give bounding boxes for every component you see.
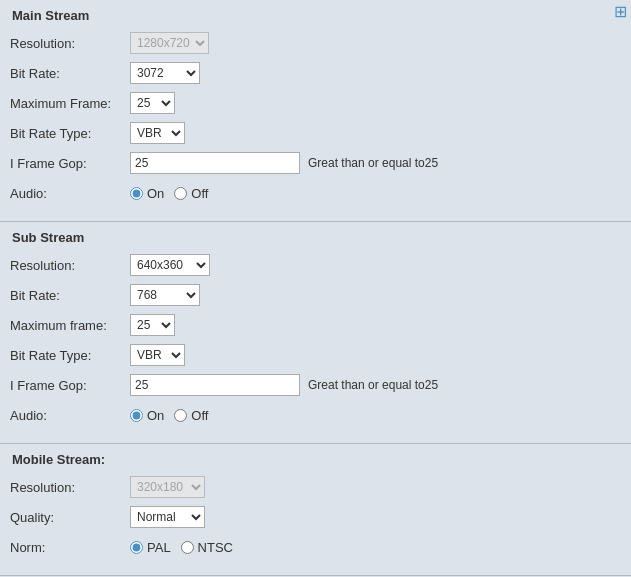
main-bitratetype-select[interactable]: VBR CBR [130, 122, 185, 144]
mobile-norm-pal-radio[interactable] [130, 541, 143, 554]
sub-bitratetype-label: Bit Rate Type: [10, 348, 130, 363]
main-audio-off-radio[interactable] [174, 187, 187, 200]
sub-resolution-row: Resolution: 640x360 320x180 1280x720 [10, 253, 621, 277]
sub-audio-off-item[interactable]: Off [174, 408, 208, 423]
sub-audio-on-radio[interactable] [130, 409, 143, 422]
sub-bitrate-row: Bit Rate: 768 512 256 128 [10, 283, 621, 307]
main-maxframe-row: Maximum Frame: 25 20 15 10 5 [10, 91, 621, 115]
main-resolution-label: Resolution: [10, 36, 130, 51]
mobile-quality-select[interactable]: Normal Low High [130, 506, 205, 528]
mobile-norm-pal-item[interactable]: PAL [130, 540, 171, 555]
sub-maxframe-label: Maximum frame: [10, 318, 130, 333]
sub-audio-off-label[interactable]: Off [191, 408, 208, 423]
sub-maxframe-row: Maximum frame: 25 20 15 10 5 [10, 313, 621, 337]
main-audio-off-item[interactable]: Off [174, 186, 208, 201]
mobile-stream-title: Mobile Stream: [10, 452, 621, 467]
main-audio-row: Audio: On Off [10, 181, 621, 205]
sub-bitratetype-control: VBR CBR [130, 344, 185, 366]
sub-audio-on-item[interactable]: On [130, 408, 164, 423]
main-stream-section: Main Stream Resolution: 1280x720 Bit Rat… [0, 0, 631, 222]
sub-audio-control: On Off [130, 408, 208, 423]
main-bitrate-select[interactable]: 3072 2048 1024 512 [130, 62, 200, 84]
sub-stream-section: Sub Stream Resolution: 640x360 320x180 1… [0, 222, 631, 444]
sub-iframe-row: I Frame Gop: Great than or equal to25 [10, 373, 621, 397]
main-audio-on-radio[interactable] [130, 187, 143, 200]
mobile-resolution-label: Resolution: [10, 480, 130, 495]
mobile-norm-pal-label[interactable]: PAL [147, 540, 171, 555]
sub-audio-on-label[interactable]: On [147, 408, 164, 423]
mobile-norm-label: Norm: [10, 540, 130, 555]
sub-resolution-control: 640x360 320x180 1280x720 [130, 254, 210, 276]
main-iframe-control: Great than or equal to25 [130, 152, 438, 174]
main-bitratetype-control: VBR CBR [130, 122, 185, 144]
sub-maxframe-select[interactable]: 25 20 15 10 5 [130, 314, 175, 336]
sub-audio-label: Audio: [10, 408, 130, 423]
sub-iframe-control: Great than or equal to25 [130, 374, 438, 396]
sub-resolution-label: Resolution: [10, 258, 130, 273]
main-bitrate-label: Bit Rate: [10, 66, 130, 81]
corner-icon: ⊞ [614, 2, 627, 21]
mobile-resolution-row: Resolution: 320x180 [10, 475, 621, 499]
sub-maxframe-control: 25 20 15 10 5 [130, 314, 175, 336]
main-resolution-control: 1280x720 [130, 32, 209, 54]
main-bitrate-control: 3072 2048 1024 512 [130, 62, 200, 84]
main-audio-control: On Off [130, 186, 208, 201]
main-audio-label: Audio: [10, 186, 130, 201]
main-maxframe-control: 25 20 15 10 5 [130, 92, 175, 114]
main-audio-off-label[interactable]: Off [191, 186, 208, 201]
main-iframe-input[interactable] [130, 152, 300, 174]
main-iframe-label: I Frame Gop: [10, 156, 130, 171]
mobile-quality-control: Normal Low High [130, 506, 205, 528]
mobile-stream-section: Mobile Stream: Resolution: 320x180 Quali… [0, 444, 631, 576]
main-audio-on-label[interactable]: On [147, 186, 164, 201]
sub-bitrate-label: Bit Rate: [10, 288, 130, 303]
main-bitratetype-row: Bit Rate Type: VBR CBR [10, 121, 621, 145]
mobile-resolution-select[interactable]: 320x180 [130, 476, 205, 498]
mobile-norm-row: Norm: PAL NTSC [10, 535, 621, 559]
sub-resolution-select[interactable]: 640x360 320x180 1280x720 [130, 254, 210, 276]
sub-audio-row: Audio: On Off [10, 403, 621, 427]
sub-iframe-hint: Great than or equal to25 [308, 378, 438, 392]
mobile-norm-ntsc-label[interactable]: NTSC [198, 540, 233, 555]
main-maxframe-select[interactable]: 25 20 15 10 5 [130, 92, 175, 114]
main-stream-title: Main Stream [10, 8, 621, 23]
sub-iframe-input[interactable] [130, 374, 300, 396]
mobile-norm-ntsc-item[interactable]: NTSC [181, 540, 233, 555]
main-bitrate-row: Bit Rate: 3072 2048 1024 512 [10, 61, 621, 85]
sub-stream-title: Sub Stream [10, 230, 621, 245]
sub-bitrate-control: 768 512 256 128 [130, 284, 200, 306]
mobile-quality-row: Quality: Normal Low High [10, 505, 621, 529]
sub-audio-off-radio[interactable] [174, 409, 187, 422]
main-resolution-select[interactable]: 1280x720 [130, 32, 209, 54]
main-maxframe-label: Maximum Frame: [10, 96, 130, 111]
main-audio-on-item[interactable]: On [130, 186, 164, 201]
main-iframe-row: I Frame Gop: Great than or equal to25 [10, 151, 621, 175]
page-container: ⊞ Main Stream Resolution: 1280x720 Bit R… [0, 0, 631, 576]
main-iframe-hint: Great than or equal to25 [308, 156, 438, 170]
mobile-resolution-control: 320x180 [130, 476, 205, 498]
mobile-norm-ntsc-radio[interactable] [181, 541, 194, 554]
sub-iframe-label: I Frame Gop: [10, 378, 130, 393]
mobile-quality-label: Quality: [10, 510, 130, 525]
sub-bitratetype-select[interactable]: VBR CBR [130, 344, 185, 366]
sub-bitrate-select[interactable]: 768 512 256 128 [130, 284, 200, 306]
main-resolution-row: Resolution: 1280x720 [10, 31, 621, 55]
sub-bitratetype-row: Bit Rate Type: VBR CBR [10, 343, 621, 367]
mobile-norm-control: PAL NTSC [130, 540, 233, 555]
main-bitratetype-label: Bit Rate Type: [10, 126, 130, 141]
